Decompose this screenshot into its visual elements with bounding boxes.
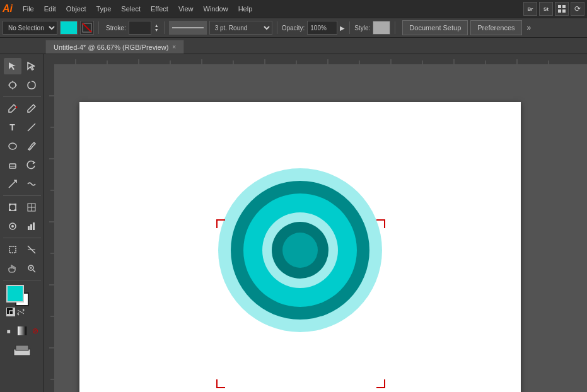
left-toolbar: T	[0, 54, 44, 392]
tab-bar: Untitled-4* @ 66.67% (RGB/Preview) ×	[0, 38, 587, 54]
toolbar-top: No Selection Stroke: ▲ ▼ 3 pt. Round Opa…	[0, 18, 587, 38]
magic-lasso-row	[0, 76, 44, 95]
svg-rect-1	[562, 5, 566, 8]
default-colors-icon[interactable]	[6, 308, 15, 316]
artwork	[79, 102, 521, 392]
zoom-tool[interactable]	[23, 260, 40, 277]
line-tool[interactable]	[23, 119, 40, 135]
selection-dropdown[interactable]: No Selection	[3, 21, 57, 35]
warp-tool[interactable]	[23, 176, 40, 192]
fill-color-box[interactable]	[6, 285, 24, 303]
canvas-content[interactable]	[54, 64, 587, 392]
symbol-tool[interactable]	[4, 218, 21, 234]
lasso-tool[interactable]	[23, 77, 40, 93]
type-tool[interactable]: T	[4, 119, 21, 135]
selection-corner-tl	[216, 219, 225, 228]
hand-zoom-row	[0, 259, 44, 278]
menu-view[interactable]: View	[173, 3, 199, 15]
selection-tool[interactable]	[4, 58, 21, 74]
paintbrush-tool[interactable]	[23, 138, 40, 154]
eraser-tool[interactable]	[4, 157, 21, 173]
hand-tool[interactable]	[4, 260, 21, 277]
grid-icon[interactable]	[555, 2, 569, 16]
separator-2	[164, 21, 165, 34]
free-transform-tool[interactable]	[4, 199, 21, 216]
scale-warp-row	[0, 175, 44, 193]
selection-tools-row	[0, 57, 44, 76]
selection-corner-br	[376, 379, 385, 388]
tab-close-button[interactable]: ×	[172, 43, 176, 50]
svg-point-26	[11, 225, 14, 228]
svg-line-34	[33, 270, 35, 272]
menu-object[interactable]: Object	[61, 3, 91, 15]
stroke-down-arrow[interactable]: ▼	[154, 28, 160, 32]
artboard-tool[interactable]	[4, 241, 21, 258]
menu-effect[interactable]: Effect	[146, 3, 173, 15]
pen-tool[interactable]	[4, 100, 21, 117]
svg-rect-3	[562, 9, 566, 13]
type-tools-row: T	[0, 118, 44, 137]
brush-select[interactable]: 3 pt. Round	[209, 21, 272, 35]
chart-tool[interactable]	[23, 218, 40, 234]
document-tab[interactable]: Untitled-4* @ 66.67% (RGB/Preview) ×	[45, 40, 184, 54]
style-swatch[interactable]	[373, 21, 390, 35]
magic-wand-tool[interactable]	[4, 77, 21, 93]
dash-selector[interactable]	[169, 21, 207, 35]
ruler-top	[44, 54, 587, 64]
mesh-gradient-row	[0, 198, 44, 217]
stock-icon[interactable]: St	[539, 2, 553, 16]
fill-color-swatch[interactable]	[60, 21, 78, 35]
svg-line-13	[28, 124, 35, 131]
opacity-arrow[interactable]: ▶	[340, 25, 345, 32]
layer-indicator	[13, 344, 32, 357]
preferences-button[interactable]: Preferences	[470, 20, 521, 35]
selection-corner-bl	[216, 379, 225, 388]
svg-rect-30	[9, 246, 16, 253]
svg-rect-2	[558, 9, 561, 13]
opacity-input[interactable]	[307, 21, 337, 35]
sync-icon[interactable]: ⟳	[571, 2, 584, 16]
stroke-label: Stroke:	[106, 25, 126, 32]
slice-tool[interactable]	[23, 241, 40, 258]
svg-rect-43	[44, 54, 587, 64]
gradient-mode-button[interactable]	[16, 323, 28, 339]
svg-rect-18	[9, 204, 11, 205]
svg-rect-0	[558, 5, 561, 8]
more-options-button[interactable]: »	[525, 23, 534, 32]
stroke-input[interactable]	[129, 21, 151, 35]
rotate-tool[interactable]	[23, 157, 40, 173]
direct-selection-tool[interactable]	[23, 58, 40, 74]
svg-rect-28	[30, 224, 32, 230]
bridge-icon[interactable]: Br	[523, 2, 537, 16]
menu-file[interactable]: File	[18, 3, 39, 15]
svg-rect-29	[33, 222, 35, 230]
shape-tools-row	[0, 137, 44, 156]
none-mode-button[interactable]: ⊘	[29, 323, 41, 339]
tool-divider-2	[3, 195, 41, 196]
color-mode-row: ■ ⊘	[0, 321, 44, 340]
menu-window[interactable]: Window	[199, 3, 233, 15]
selection-corner-tr	[376, 219, 385, 228]
ellipse-tool[interactable]	[4, 138, 21, 154]
symbol-chart-row	[0, 217, 44, 236]
menu-select[interactable]: Select	[116, 3, 146, 15]
swap-colors-icon[interactable]	[16, 308, 25, 316]
menu-help[interactable]: Help	[233, 3, 258, 15]
ruler-left	[44, 64, 54, 392]
color-controls	[6, 285, 38, 314]
stroke-arrows[interactable]: ▲ ▼	[154, 21, 160, 35]
color-mode-button[interactable]: ■	[3, 323, 15, 339]
svg-point-76	[282, 233, 318, 268]
style-label: Style:	[354, 25, 370, 32]
svg-rect-19	[15, 204, 16, 205]
menu-type[interactable]: Type	[91, 3, 117, 15]
pencil-tool[interactable]	[23, 100, 40, 117]
separator-4	[349, 21, 350, 34]
menu-edit[interactable]: Edit	[39, 3, 61, 15]
mesh-tool[interactable]	[23, 199, 40, 216]
scale-tool[interactable]	[4, 176, 21, 192]
svg-rect-21	[15, 209, 16, 211]
stroke-up-arrow[interactable]: ▲	[154, 23, 160, 28]
document-setup-button[interactable]: Document Setup	[402, 20, 468, 35]
tool-divider-4	[3, 280, 41, 280]
